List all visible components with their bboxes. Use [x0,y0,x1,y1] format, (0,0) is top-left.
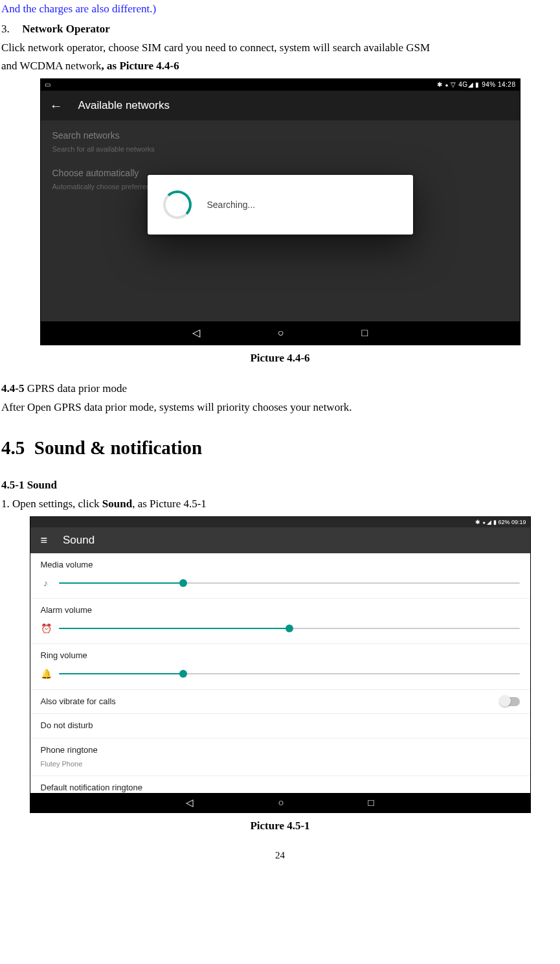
android-status-bar: ▭ ✱ ⬥ ▽ 4G◢ ▮ 94% 14:28 [41,79,520,91]
progress-spinner-icon [163,190,192,219]
document-page: And the charges are also different.) 3. … [0,0,560,876]
nav-back-icon[interactable]: ◁ [186,795,194,810]
screenshot-sound-settings: ✱ ⬥ ◢ ▮ 62% 09:19 ≡ Sound Media volume ♪… [30,516,531,813]
subheading-4-5-1: 4.5-1 Sound [1,476,559,494]
nav-home-icon[interactable]: ○ [278,795,284,810]
android-nav-bar: ◁ ○ □ [41,321,520,345]
media-volume-row: Media volume ♪ [30,553,530,599]
nav-back-icon[interactable]: ◁ [192,325,200,341]
screen-title: Sound [63,531,95,549]
list-number: 3. [1,20,19,38]
gprs-paragraph: After Open GPRS data prior mode, systems… [1,398,559,416]
list-title: Network Operator [22,23,110,35]
music-note-icon: ♪ [41,576,51,590]
picture-caption-4-5-1: Picture 4.5-1 [1,817,559,834]
picture-caption-4-4-6: Picture 4.4-6 [1,349,559,367]
media-volume-slider[interactable] [59,582,520,584]
list-item-3: 3. Network Operator [1,20,559,38]
page-number: 24 [1,847,559,863]
settings-list: Media volume ♪ Alarm volume ⏰ [30,553,530,813]
searching-dialog: Searching... [148,175,413,235]
network-operator-paragraph: Click network operator, choose SIM card … [1,39,559,74]
android-nav-bar: ◁ ○ □ [30,793,530,812]
nav-recent-icon[interactable]: □ [362,325,368,341]
ring-volume-row: Ring volume 🔔 [30,644,530,689]
open-sound-paragraph: 1. Open settings, click Sound, as Pictur… [1,495,559,512]
vibrate-toggle[interactable] [500,697,520,706]
screen-title: Available networks [78,97,170,114]
nav-recent-icon[interactable]: □ [368,795,374,810]
screenshot-available-networks: ▭ ✱ ⬥ ▽ 4G◢ ▮ 94% 14:28 ← Available netw… [40,78,521,345]
gallery-icon: ▭ [45,80,50,90]
gprs-heading: 4.4-5 GPRS data prior mode [1,380,559,397]
bell-icon: 🔔 [41,667,51,681]
screen-title-bar: ← Available networks [41,91,520,120]
status-indicators: ✱ ⬥ ◢ ▮ 62% 09:19 [475,518,526,527]
alarm-volume-slider[interactable] [59,628,520,629]
list-item: Search networks Search for all available… [41,120,520,158]
status-indicators: ✱ ⬥ ▽ 4G◢ ▮ 94% 14:28 [437,80,516,90]
screen-title-bar: ≡ Sound [30,527,530,553]
vibrate-for-calls-row[interactable]: Also vibrate for calls [30,690,530,715]
nav-home-icon[interactable]: ○ [278,325,284,341]
heading-4-5: 4.5 Sound & notification [1,433,559,463]
dialog-message: Searching... [207,198,256,212]
do-not-disturb-row[interactable]: Do not disturb [30,714,530,739]
phone-ringtone-row[interactable]: Phone ringtone Flutey Phone [30,739,530,775]
menu-icon[interactable]: ≡ [41,531,47,550]
back-icon[interactable]: ← [50,95,63,116]
charges-note: And the charges are also different.) [1,0,559,17]
alarm-volume-row: Alarm volume ⏰ [30,599,530,644]
android-status-bar: ✱ ⬥ ◢ ▮ 62% 09:19 [30,517,530,527]
alarm-clock-icon: ⏰ [41,621,51,636]
ring-volume-slider[interactable] [59,673,520,674]
